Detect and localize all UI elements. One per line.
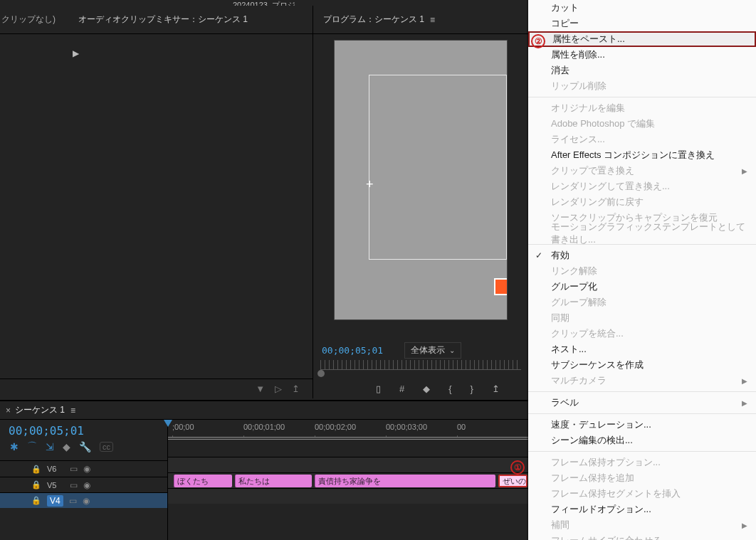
in-brace-icon[interactable]: { bbox=[448, 383, 451, 394]
menu-item[interactable]: ラベル▶ bbox=[528, 395, 756, 411]
track-v4[interactable]: 🔒 V4 ▭ ◉ bbox=[0, 492, 167, 508]
eye-icon[interactable]: ◉ bbox=[83, 464, 90, 474]
export-icon[interactable]: ↥ bbox=[292, 383, 300, 394]
source-clip-none-tab[interactable]: クリップなし) bbox=[0, 14, 56, 26]
sequence-tab[interactable]: シーケンス 1 bbox=[15, 404, 65, 416]
track-v5[interactable]: 🔒 V5 ▭ ◉ bbox=[0, 477, 167, 492]
submenu-arrow-icon: ▶ bbox=[742, 399, 747, 407]
menu-separator bbox=[528, 97, 756, 97]
menu-item: フレームサイズに合わせる bbox=[528, 533, 756, 540]
timeline-timecode[interactable]: 00;00;05;01 bbox=[0, 420, 167, 440]
timeline-panel-menu-icon[interactable]: ≡ bbox=[70, 406, 75, 415]
toggle-output-icon[interactable]: ▭ bbox=[70, 464, 78, 474]
menu-item: 補間▶ bbox=[528, 517, 756, 533]
zoom-fit-dropdown[interactable]: 全体表示 ⌄ bbox=[404, 342, 461, 359]
out-brace-icon[interactable]: } bbox=[471, 383, 473, 394]
program-controls: 00;00;05;01 全体表示 ⌄ bbox=[313, 340, 528, 360]
magnet-icon[interactable]: ⌒ bbox=[27, 440, 37, 453]
menu-item: クリップで置き換え▶ bbox=[528, 163, 756, 179]
clip[interactable]: 私たちは bbox=[235, 475, 312, 487]
menu-item-label: 速度・デュレーション... bbox=[551, 418, 651, 431]
menu-item[interactable]: ネスト... bbox=[528, 342, 756, 357]
timeline-tracks[interactable]: ;00;00 00;00;01;00 00;00;02;00 00;00;03;… bbox=[168, 420, 528, 540]
menu-item: ライセンス... bbox=[528, 132, 756, 147]
export-frame-icon[interactable]: ↥ bbox=[492, 383, 500, 394]
program-toolbar: ▯ # ◆ { } ↥ bbox=[313, 378, 528, 398]
menu-item: レンダリングして置き換え... bbox=[528, 179, 756, 194]
ruler-tick: 00;00;03;00 bbox=[386, 423, 457, 431]
hash-icon[interactable]: # bbox=[399, 383, 404, 394]
clip[interactable]: ぼくたち bbox=[174, 475, 232, 487]
menu-item-label: 同期 bbox=[551, 312, 569, 324]
scroll-thumb[interactable] bbox=[317, 370, 325, 377]
menu-item-label: カット bbox=[551, 1, 579, 14]
program-timecode[interactable]: 00;00;05;01 bbox=[322, 345, 383, 356]
play-icon[interactable]: ▶ bbox=[73, 48, 79, 58]
lock-icon[interactable]: 🔒 bbox=[31, 480, 41, 489]
menu-item[interactable]: サブシーケンスを作成 bbox=[528, 357, 756, 373]
source-panel-body: ▶ bbox=[0, 34, 313, 378]
eye-icon[interactable]: ◉ bbox=[83, 480, 90, 490]
lock-icon[interactable]: 🔒 bbox=[31, 465, 41, 474]
wrench-icon[interactable]: 🔧 bbox=[79, 441, 91, 452]
track-lane-v6[interactable] bbox=[168, 457, 528, 472]
eye-icon[interactable]: ◉ bbox=[83, 496, 90, 506]
link-selection-icon[interactable]: ⇲ bbox=[46, 441, 54, 452]
menu-item: フレーム保持セグメントを挿入 bbox=[528, 486, 756, 502]
marker-icon[interactable]: ◆ bbox=[423, 383, 430, 394]
funnel-icon[interactable]: ▼ bbox=[256, 383, 265, 394]
program-tab[interactable]: プログラム：シーケンス 1 ≡ bbox=[313, 6, 528, 34]
ruler-ticks bbox=[320, 360, 521, 370]
menu-item[interactable]: 属性を削除... bbox=[528, 47, 756, 63]
menu-item-label: ネスト... bbox=[551, 343, 587, 356]
menu-item-label: フレーム保持オプション... bbox=[551, 456, 661, 469]
annotation-1: ① bbox=[510, 460, 525, 475]
close-tab-icon[interactable]: × bbox=[6, 406, 11, 415]
menu-item[interactable]: グループ化 bbox=[528, 279, 756, 295]
tag-icon[interactable]: ▷ bbox=[275, 383, 282, 394]
lock-icon[interactable]: 🔒 bbox=[31, 496, 41, 505]
menu-item: モーショングラフィックステンプレートとして書き出し... bbox=[528, 226, 756, 241]
snap-icon[interactable]: ✱ bbox=[10, 441, 19, 452]
menu-separator bbox=[528, 413, 756, 414]
marker-tool-icon[interactable]: ◆ bbox=[63, 441, 70, 452]
cc-icon[interactable]: cc bbox=[100, 442, 113, 452]
menu-item[interactable]: フィールドオプション... bbox=[528, 502, 756, 517]
menu-item: リップル削除 bbox=[528, 78, 756, 94]
toggle-output-icon[interactable]: ▭ bbox=[70, 480, 78, 490]
panel-menu-icon[interactable]: ≡ bbox=[430, 15, 435, 25]
toggle-output-icon[interactable]: ▭ bbox=[69, 496, 77, 506]
menu-item[interactable]: 速度・デュレーション... bbox=[528, 417, 756, 433]
timeline-tabs: × シーケンス 1 ≡ bbox=[0, 401, 528, 420]
graphic-overlay bbox=[494, 278, 507, 295]
menu-item[interactable]: ✓有効 bbox=[528, 248, 756, 263]
menu-item-label: フレーム保持セグメントを挿入 bbox=[551, 487, 681, 500]
track-lane-v4[interactable] bbox=[168, 488, 528, 504]
menu-item[interactable]: 消去 bbox=[528, 63, 756, 78]
menu-item-label: グループ解除 bbox=[551, 296, 607, 309]
program-monitor: + bbox=[313, 34, 528, 340]
menu-item[interactable]: コピー bbox=[528, 16, 756, 31]
menu-item-label: オリジナルを編集 bbox=[551, 102, 625, 115]
source-panel: クリップなし) オーディオクリップミキサー：シーケンス 1 ▶ ▼ ▷ ↥ bbox=[0, 6, 313, 398]
program-frame[interactable]: + bbox=[334, 40, 508, 320]
track-v6[interactable]: 🔒 V6 ▭ ◉ bbox=[0, 461, 167, 477]
submenu-arrow-icon: ▶ bbox=[742, 167, 747, 175]
timeline-header: 00;00;05;01 ✱ ⌒ ⇲ ◆ 🔧 cc 🔒 V6 ▭ ◉ 🔒 V5 bbox=[0, 420, 168, 540]
menu-item-label: クリップで置き換え bbox=[551, 164, 634, 177]
program-ruler[interactable] bbox=[313, 360, 528, 378]
menu-item-label: リップル削除 bbox=[551, 80, 607, 92]
menu-item: フレーム保持を追加 bbox=[528, 470, 756, 486]
track-name: V4 bbox=[47, 495, 63, 507]
clip[interactable]: 責債持ち家論争を bbox=[315, 475, 495, 487]
track-lane-v5[interactable]: ぼくたち 私たちは 責債持ち家論争を ぜいの bbox=[168, 472, 528, 488]
safe-margin bbox=[369, 75, 507, 260]
menu-item[interactable]: After Effects コンポジションに置き換え bbox=[528, 147, 756, 163]
audio-clip-mixer-tab[interactable]: オーディオクリップミキサー：シーケンス 1 bbox=[73, 14, 248, 26]
clip-selected[interactable]: ぜいの bbox=[498, 475, 527, 487]
menu-item[interactable]: カット bbox=[528, 0, 756, 16]
menu-item[interactable]: シーン編集の検出... bbox=[528, 433, 756, 448]
menu-item[interactable]: 属性をペースト... bbox=[528, 31, 756, 47]
marker-in-icon[interactable]: ▯ bbox=[376, 383, 381, 394]
source-footer: ▼ ▷ ↥ bbox=[0, 378, 313, 398]
